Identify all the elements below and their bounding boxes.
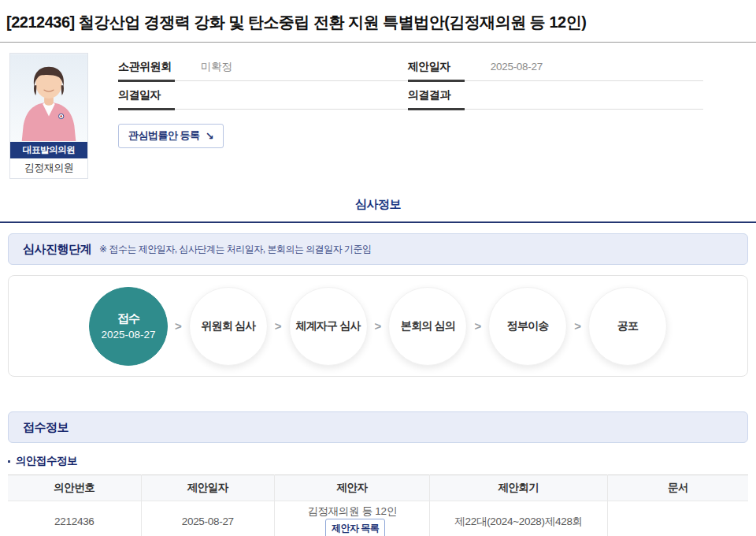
chevron-right-icon: > <box>375 319 382 333</box>
reception-subheading-text: 의안접수정보 <box>16 454 77 468</box>
page-title: [2212436] 철강산업 경쟁력 강화 및 탄소중립 전환 지원 특별법안(… <box>6 12 750 32</box>
field-decision-date: 의결일자 <box>118 81 408 110</box>
reception-table: 의안번호 제안일자 제안자 제안회기 문서 2212436 2025-08-27… <box>8 475 748 536</box>
chevron-right-icon: > <box>474 319 481 333</box>
bill-summary-fields: 소관위원회 미확정 제안일자 2025-08-27 의결일자 의결결과 <box>118 53 703 110</box>
step-committee-review: 위원회 심사 <box>189 287 268 366</box>
field-decision-result: 의결결과 <box>408 81 703 110</box>
col-proposer: 제안자 <box>274 475 429 501</box>
proposer-list-button[interactable]: 제안자 목록 <box>325 519 385 536</box>
cell-bill-number: 2212436 <box>8 501 141 536</box>
chevron-right-icon: > <box>275 319 282 333</box>
field-label: 소관위원회 <box>118 60 201 74</box>
step-date: 2025-08-27 <box>102 329 156 341</box>
title-divider <box>0 42 756 43</box>
col-session: 제안회기 <box>430 475 608 501</box>
bullet-icon <box>8 460 10 463</box>
proposer-text: 김정재의원 등 12인 <box>307 505 397 517</box>
representative-profile-card: 대표발의의원 김정재의원 <box>9 53 88 179</box>
step-plenary-deliberation: 본회의 심의 <box>388 287 467 366</box>
progress-steps: 접수 2025-08-27 > 위원회 심사 > 체계자구 심사 > 본회의 심… <box>8 275 748 377</box>
field-value: 2025-08-27 <box>491 61 543 73</box>
bill-summary-section: 대표발의의원 김정재의원 소관위원회 미확정 제안일자 2025-08-27 의… <box>9 53 748 179</box>
field-value: 미확정 <box>201 60 232 74</box>
cell-proposal-date: 2025-08-27 <box>141 501 274 536</box>
step-promulgation: 공포 <box>588 287 667 366</box>
progress-heading-note: ※ 접수는 제안일자, 심사단계는 처리일자, 본회의는 의결일자 기준임 <box>99 243 372 256</box>
member-name: 김정재의원 <box>10 158 87 178</box>
col-proposal-date: 제안일자 <box>141 475 274 501</box>
cell-proposer: 김정재의원 등 12인제안자 목록 <box>274 501 429 536</box>
chevron-right-icon: > <box>574 319 581 333</box>
field-label: 의결일자 <box>118 88 201 102</box>
col-document: 문서 <box>607 475 748 501</box>
role-badge: 대표발의의원 <box>10 142 87 158</box>
cell-document <box>607 501 748 536</box>
reception-heading-text: 접수정보 <box>23 420 69 435</box>
reception-section-heading: 접수정보 <box>8 411 748 443</box>
member-photo <box>10 54 87 142</box>
field-committee: 소관위원회 미확정 <box>118 53 408 81</box>
step-reception: 접수 2025-08-27 <box>89 287 168 366</box>
arrow-down-right-icon: ↘ <box>206 130 213 142</box>
register-button-label: 관심법률안 등록 <box>128 128 200 143</box>
step-legislation-judiciary-review: 체계자구 심사 <box>289 287 368 366</box>
progress-heading-text: 심사진행단계 <box>23 242 91 257</box>
field-label: 의결결과 <box>408 88 491 102</box>
field-proposal-date: 제안일자 2025-08-27 <box>408 53 703 81</box>
field-label: 제안일자 <box>408 60 491 74</box>
col-bill-number: 의안번호 <box>8 475 141 501</box>
tab-review-info[interactable]: 심사정보 <box>355 197 401 221</box>
chevron-right-icon: > <box>175 319 182 333</box>
step-government-transfer: 정부이송 <box>488 287 567 366</box>
tabbar: 심사정보 <box>0 197 756 223</box>
reception-subheading: 의안접수정보 <box>8 454 748 468</box>
cell-session: 제22대(2024~2028)제428회 <box>430 501 608 536</box>
table-row: 2212436 2025-08-27 김정재의원 등 12인제안자 목록 제22… <box>8 501 748 536</box>
progress-section-heading: 심사진행단계 ※ 접수는 제안일자, 심사단계는 처리일자, 본회의는 의결일자… <box>8 233 748 265</box>
table-header-row: 의안번호 제안일자 제안자 제안회기 문서 <box>8 475 748 501</box>
register-interest-bill-button[interactable]: 관심법률안 등록 ↘ <box>118 124 224 148</box>
